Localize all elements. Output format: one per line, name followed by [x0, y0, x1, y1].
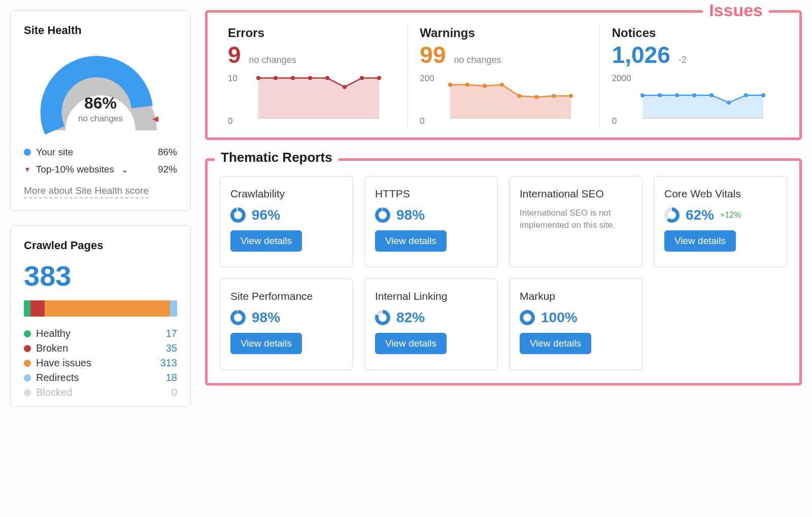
notices-axis-bottom: 0: [612, 116, 617, 126]
crawled-row-value: 313: [160, 357, 177, 369]
report-pct: 98%: [252, 309, 280, 326]
dot-icon: [24, 374, 31, 382]
report-pct: 98%: [396, 207, 425, 223]
errors-sparkline: 10 0: [228, 71, 395, 126]
svg-point-19: [658, 93, 662, 97]
notices-sparkline: 2000 0: [612, 71, 779, 126]
report-card-internal-linking: Internal Linking82%View details: [364, 279, 498, 370]
report-pct: 62%: [686, 207, 714, 223]
svg-point-20: [675, 93, 679, 97]
thematic-reports-section: Thematic Reports Crawlability96%View det…: [205, 158, 802, 386]
more-about-site-health-link[interactable]: More about Site Health score: [24, 185, 149, 198]
notices-title: Notices: [612, 26, 779, 40]
your-site-label: Your site: [36, 147, 73, 158]
report-card-site-performance: Site Performance98%View details: [220, 279, 353, 370]
issues-section-label: Issues: [703, 1, 769, 20]
your-site-pct: 86%: [158, 147, 177, 158]
crawled-pages-title: Crawled Pages: [24, 239, 177, 252]
bar-seg-have-issues: [45, 300, 170, 317]
dot-icon: [24, 345, 31, 352]
errors-delta: no changes: [249, 55, 296, 65]
svg-point-9: [448, 83, 452, 87]
crawled-row-blocked[interactable]: Blocked0: [24, 387, 177, 398]
view-details-button[interactable]: View details: [664, 230, 736, 252]
issue-errors-panel: Errors 9 no changes 10 0: [216, 22, 407, 128]
svg-point-18: [640, 93, 645, 97]
report-delta: +12%: [720, 211, 741, 220]
legend-top10[interactable]: ▼ Top-10% websites ⌄ 92%: [24, 164, 177, 175]
crawled-pages-total: 383: [24, 259, 177, 292]
crawled-row-healthy[interactable]: Healthy17: [24, 328, 177, 339]
dot-icon: [24, 389, 31, 396]
warnings-axis-bottom: 0: [420, 116, 424, 126]
view-details-button[interactable]: View details: [520, 333, 591, 354]
svg-point-4: [325, 76, 329, 80]
svg-point-16: [569, 94, 573, 98]
crawled-row-redirects[interactable]: Redirects18: [24, 372, 177, 384]
report-pct: 100%: [541, 309, 578, 326]
report-title: Crawlability: [230, 188, 343, 200]
notices-delta: -2: [679, 55, 687, 65]
ring-icon: [375, 208, 390, 223]
report-card-core-web-vitals: Core Web Vitals62%+12%View details: [654, 176, 787, 267]
report-title: HTTPS: [375, 188, 487, 200]
svg-point-13: [517, 94, 521, 98]
top10-pct: 92%: [158, 164, 177, 175]
site-health-subtext: no changes: [35, 114, 166, 124]
svg-point-1: [274, 76, 278, 80]
errors-axis-bottom: 0: [228, 116, 232, 126]
svg-point-3: [308, 76, 312, 80]
issue-notices-panel: Notices 1,026 -2 2000 0: [599, 22, 791, 128]
crawled-row-value: 0: [172, 387, 177, 398]
view-details-button[interactable]: View details: [375, 333, 447, 354]
svg-point-22: [709, 93, 714, 97]
legend-your-site: Your site 86%: [24, 147, 177, 158]
site-health-gauge: 86% no changes: [35, 44, 166, 141]
issues-section: Issues Errors 9 no changes 10 0 Warnings: [205, 10, 802, 140]
ring-icon: [230, 310, 246, 325]
svg-point-15: [552, 94, 556, 98]
svg-point-23: [727, 100, 731, 105]
site-health-percent: 86%: [35, 94, 166, 113]
view-details-button[interactable]: View details: [230, 333, 302, 354]
svg-point-11: [483, 84, 487, 88]
view-details-button[interactable]: View details: [375, 230, 447, 252]
errors-axis-top: 10: [228, 74, 238, 84]
report-title: Site Performance: [230, 290, 343, 302]
crawled-row-have-issues[interactable]: Have issues313: [24, 357, 177, 369]
ring-icon: [664, 208, 680, 223]
svg-point-6: [360, 76, 364, 80]
view-details-button[interactable]: View details: [230, 230, 302, 252]
report-title: Internal Linking: [375, 290, 487, 302]
ring-icon: [520, 310, 535, 325]
dot-icon: [24, 360, 31, 367]
report-pct: 96%: [252, 207, 280, 223]
crawled-row-broken[interactable]: Broken35: [24, 342, 177, 354]
bar-seg-broken: [30, 300, 45, 317]
dot-icon: [24, 330, 31, 337]
crawled-row-label: Blocked: [36, 387, 72, 398]
crawled-row-label: Healthy: [36, 328, 71, 339]
svg-point-2: [291, 76, 295, 80]
svg-point-12: [500, 83, 504, 87]
crawled-row-value: 17: [166, 328, 177, 339]
svg-point-21: [692, 93, 696, 97]
chevron-down-icon: ⌄: [121, 165, 128, 175]
report-card-markup: Markup100%View details: [509, 279, 642, 370]
warnings-title: Warnings: [420, 26, 587, 40]
warnings-value: 99: [420, 43, 446, 66]
crawled-pages-card: Crawled Pages 383 Healthy17Broken35Have …: [10, 225, 191, 407]
svg-point-10: [465, 83, 469, 87]
thematic-reports-label: Thematic Reports: [215, 150, 339, 165]
report-card-https: HTTPS98%View details: [364, 176, 498, 267]
notices-axis-top: 2000: [612, 74, 631, 84]
svg-point-14: [534, 95, 538, 99]
crawled-row-value: 18: [166, 372, 177, 384]
bar-seg-redirects: [170, 300, 177, 317]
report-note: International SEO is not implemented on …: [520, 207, 632, 231]
crawled-pages-bar: [24, 300, 177, 317]
report-card-international-seo: International SEOInternational SEO is no…: [509, 176, 642, 267]
report-title: Markup: [520, 290, 632, 302]
crawled-row-label: Have issues: [36, 357, 91, 369]
warnings-axis-top: 200: [420, 74, 434, 84]
